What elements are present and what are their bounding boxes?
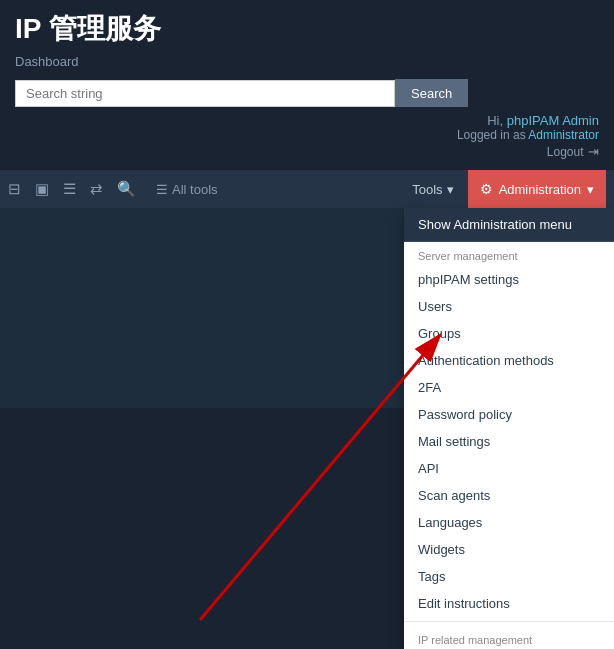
admin-name: Administrator: [528, 128, 599, 142]
list-icon[interactable]: ☰: [63, 180, 76, 198]
dropdown-divider: [404, 621, 614, 622]
hi-text: Hi, phpIPAM Admin: [15, 113, 599, 128]
search-input[interactable]: [15, 80, 395, 107]
dropdown-item-users[interactable]: Users: [404, 293, 614, 320]
username: phpIPAM Admin: [507, 113, 599, 128]
logout-icon: ⇥: [588, 144, 599, 159]
dropdown-item-widgets[interactable]: Widgets: [404, 536, 614, 563]
dropdown-item-api[interactable]: API: [404, 455, 614, 482]
home-icon[interactable]: ⊟: [8, 180, 21, 198]
dropdown-section-ip: IP related management: [404, 626, 614, 649]
administration-dropdown: Show Administration menu Server manageme…: [404, 208, 614, 649]
dropdown-item-password-policy[interactable]: Password policy: [404, 401, 614, 428]
dropdown-item-2fa[interactable]: 2FA: [404, 374, 614, 401]
gear-icon: ⚙: [480, 181, 493, 197]
logout-link[interactable]: Logout: [547, 145, 584, 159]
administration-button[interactable]: ⚙ Administration ▾: [468, 170, 606, 208]
search-button[interactable]: Search: [395, 79, 468, 107]
dropdown-section-server: Server management: [404, 242, 614, 266]
dropdown-item-edit-instructions[interactable]: Edit instructions: [404, 590, 614, 617]
user-info: Hi, phpIPAM Admin Logged in as Administr…: [15, 113, 599, 160]
search-bar: Search: [15, 79, 599, 107]
dropdown-item-mail-settings[interactable]: Mail settings: [404, 428, 614, 455]
header: IP 管理服务 Dashboard Search Hi, phpIPAM Adm…: [0, 0, 614, 170]
app-title: IP 管理服务: [15, 10, 599, 48]
search-icon[interactable]: 🔍: [117, 180, 136, 198]
list-small-icon: ☰: [156, 182, 168, 197]
dropdown-item-phpipam-settings[interactable]: phpIPAM settings: [404, 266, 614, 293]
shuffle-icon[interactable]: ⇄: [90, 180, 103, 198]
breadcrumb: Dashboard: [15, 54, 599, 69]
logged-in-text: Logged in as Administrator: [15, 128, 599, 142]
dropdown-item-auth-methods[interactable]: Authentication methods: [404, 347, 614, 374]
dropdown-item-tags[interactable]: Tags: [404, 563, 614, 590]
tools-button[interactable]: Tools ▾: [402, 176, 463, 203]
tools-caret-icon: ▾: [447, 182, 454, 197]
dropdown-item-scan-agents[interactable]: Scan agents: [404, 482, 614, 509]
dropdown-header: Show Administration menu: [404, 208, 614, 242]
nav-icons: ⊟ ▣ ☰ ⇄ 🔍: [8, 180, 136, 198]
navbar: ⊟ ▣ ☰ ⇄ 🔍 ☰ All tools Tools ▾ ⚙ Administ…: [0, 170, 614, 208]
admin-caret-icon: ▾: [587, 182, 594, 197]
dropdown-item-languages[interactable]: Languages: [404, 509, 614, 536]
all-tools-button[interactable]: ☰ All tools: [148, 180, 226, 199]
nav-right: Tools ▾ ⚙ Administration ▾: [402, 170, 606, 208]
logout-row: Logout ⇥: [15, 142, 599, 160]
monitor-icon[interactable]: ▣: [35, 180, 49, 198]
dropdown-item-groups[interactable]: Groups: [404, 320, 614, 347]
